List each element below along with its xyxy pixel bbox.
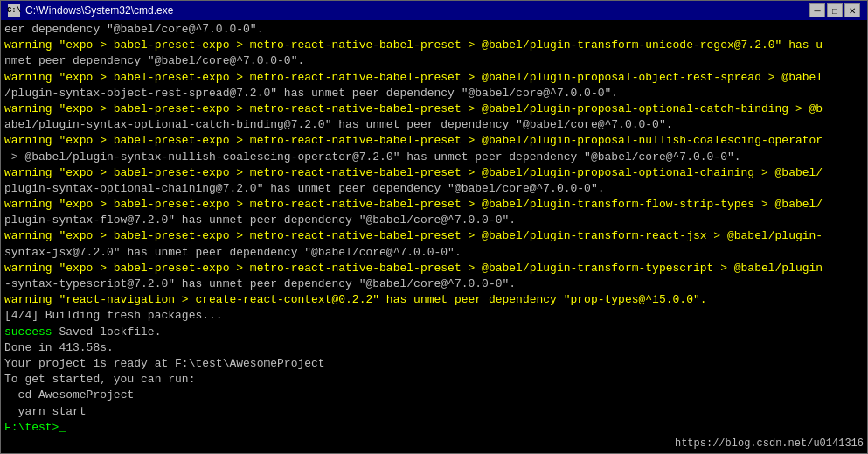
terminal-line: warning "expo > babel-preset-expo > metr… [4, 38, 864, 53]
window-title: C:\Windows\System32\cmd.exe [25, 4, 173, 17]
terminal-line: plugin-syntax-flow@7.2.0" has unmet peer… [4, 213, 864, 228]
close-button[interactable]: ✕ [844, 3, 860, 17]
terminal-line: abel/plugin-syntax-optional-catch-bindin… [4, 117, 864, 133]
terminal-line: F:\test>_ [4, 420, 864, 436]
cmd-icon: C:\ [8, 4, 20, 17]
terminal-line: syntax-jsx@7.2.0" has unmet peer depende… [4, 245, 864, 261]
terminal-line: /plugin-syntax-object-rest-spread@7.2.0"… [4, 86, 864, 101]
terminal-line: warning "expo > babel-preset-expo > metr… [4, 133, 864, 149]
terminal-line: Your project is ready at F:\test\Awesome… [4, 356, 864, 372]
terminal-line: warning "expo > babel-preset-expo > metr… [4, 70, 864, 86]
terminal-body: eer dependency "@babel/core@^7.0.0-0".wa… [1, 20, 867, 453]
terminal-line: success Saved lockfile. [4, 325, 864, 340]
terminal-line: plugin-syntax-optional-chaining@7.2.0" h… [4, 181, 864, 197]
terminal-output: eer dependency "@babel/core@^7.0.0-0".wa… [4, 22, 864, 436]
maximize-button[interactable]: □ [827, 3, 843, 17]
terminal-line: warning "expo > babel-preset-expo > metr… [4, 101, 864, 117]
cmd-window: C:\ C:\Windows\System32\cmd.exe ─ □ ✕ ee… [0, 0, 868, 454]
terminal-line: > @babel/plugin-syntax-nullish-coalescin… [4, 150, 864, 165]
terminal-line: warning "react-navigation > create-react… [4, 292, 864, 308]
terminal-line: cd AwesomeProject [4, 388, 864, 403]
title-bar-left: C:\ C:\Windows\System32\cmd.exe [8, 4, 173, 17]
terminal-line: warning "expo > babel-preset-expo > metr… [4, 165, 864, 181]
terminal-line: warning "expo > babel-preset-expo > metr… [4, 261, 864, 276]
watermark: https://blog.csdn.net/u0141316 [675, 437, 864, 450]
minimize-button[interactable]: ─ [809, 3, 825, 17]
terminal-line: yarn start [4, 404, 864, 420]
title-bar-controls: ─ □ ✕ [809, 3, 860, 17]
terminal-line: Done in 413.58s. [4, 340, 864, 356]
terminal-line: nmet peer dependency "@babel/core@^7.0.0… [4, 53, 864, 69]
title-bar: C:\ C:\Windows\System32\cmd.exe ─ □ ✕ [1, 1, 867, 20]
terminal-line: To get started, you can run: [4, 372, 864, 388]
terminal-line: eer dependency "@babel/core@^7.0.0-0". [4, 22, 864, 38]
terminal-line: warning "expo > babel-preset-expo > metr… [4, 228, 864, 244]
terminal-line: [4/4] Building fresh packages... [4, 308, 864, 324]
terminal-line: -syntax-typescript@7.2.0" has unmet peer… [4, 276, 864, 292]
terminal-line: warning "expo > babel-preset-expo > metr… [4, 197, 864, 213]
